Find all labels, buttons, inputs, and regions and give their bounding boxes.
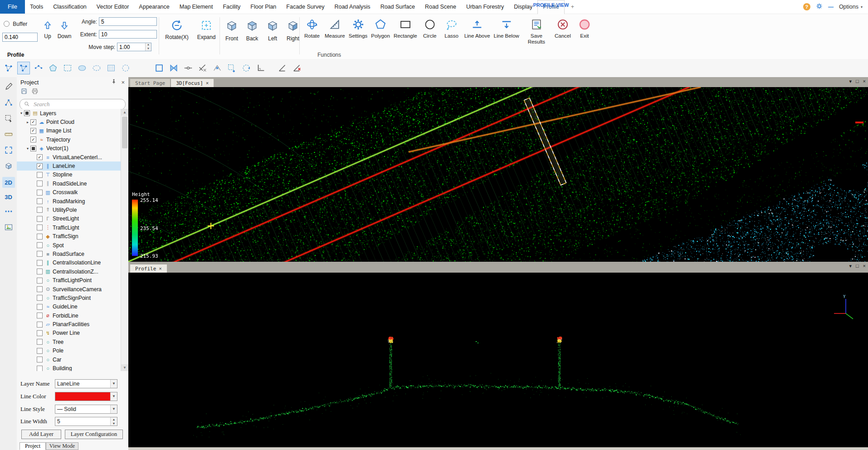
menu-item-facade-survey[interactable]: Facade Survey [281, 0, 329, 14]
tree-item-spot[interactable]: ○Spot [17, 241, 128, 249]
rect-select-icon[interactable] [153, 62, 165, 74]
dashed-ellipse-icon[interactable] [91, 62, 102, 74]
menu-item-classification[interactable]: Classification [48, 0, 92, 14]
menu-item-vector-editor[interactable]: Vector Editor [92, 0, 134, 14]
tree-scrollbar[interactable]: ▲ ▼ [121, 109, 128, 371]
3d-viewport-canvas[interactable] [128, 87, 868, 262]
line-style-select[interactable]: — Solid ▼ [55, 405, 117, 414]
checkbox-crosswalk[interactable] [37, 190, 43, 196]
checkbox-streetlight[interactable] [37, 216, 43, 222]
buffer-radio[interactable] [4, 21, 10, 27]
expand-icon[interactable]: ▾ [19, 111, 24, 115]
checkbox-trafficsign[interactable] [37, 234, 43, 240]
buffer-input[interactable] [2, 33, 38, 42]
checkbox-roadsideline[interactable] [37, 181, 43, 186]
close-pane-icon[interactable]: × [863, 263, 866, 269]
menu-item-road-analysis[interactable]: Road Analysis [329, 0, 375, 14]
angle-icon[interactable] [277, 62, 288, 74]
menu-item-map-element[interactable]: Map Element [175, 0, 218, 14]
tab-project[interactable]: Project [20, 442, 46, 450]
line-color-swatch[interactable]: ▼ [55, 392, 117, 401]
checkbox-trafficsignpoint[interactable] [37, 295, 43, 301]
angle-delete-icon[interactable] [291, 62, 303, 74]
checkbox-roadsurface[interactable] [37, 251, 43, 257]
tree-item-car[interactable]: ○Car [17, 355, 128, 364]
menu-item-facility[interactable]: Facility [218, 0, 245, 14]
checkbox-image-list[interactable]: ✓ [30, 128, 36, 134]
rotate-dashed-icon[interactable] [240, 62, 252, 74]
bowtie-icon[interactable] [168, 62, 180, 74]
close-pane-icon[interactable]: × [863, 78, 866, 84]
menu-item-appearance[interactable]: Appearance [134, 0, 174, 14]
pen-icon[interactable] [4, 82, 14, 92]
polygon-button[interactable]: Polygon [371, 18, 390, 39]
tree-item-vector-1[interactable]: ▾◈Vector(1) [17, 144, 128, 153]
line-above-button[interactable]: Line Above [464, 18, 490, 39]
profile-viewport-canvas[interactable] [128, 273, 868, 447]
tree-item-guideline[interactable]: ≈GuideLine [17, 303, 128, 311]
node-tool-icon[interactable] [17, 62, 30, 74]
ruler-icon[interactable] [4, 129, 14, 139]
checkbox-roadmarking[interactable] [37, 198, 43, 204]
expand-icon[interactable]: ▾ [25, 147, 30, 151]
settings-gear-icon[interactable] [816, 3, 823, 11]
checkbox-building[interactable] [37, 366, 43, 371]
tree-item-tree[interactable]: ○Tree [17, 338, 128, 346]
checkbox-tree[interactable] [37, 339, 43, 345]
close-tab-icon[interactable]: × [159, 266, 161, 271]
menu-item-floor-plan[interactable]: Floor Plan [245, 0, 281, 14]
layer-name-select[interactable]: LaneLine ▼ [55, 379, 117, 388]
float-pane-icon[interactable]: □ [856, 78, 859, 84]
mode-3d-button[interactable]: 3D [5, 194, 12, 201]
search-input[interactable] [33, 100, 122, 108]
tree-item-roadmarking[interactable]: ↑RoadMarking [17, 197, 128, 205]
checkbox-surveillancecamera[interactable] [37, 286, 43, 292]
pin-icon[interactable] [111, 78, 117, 86]
tree-item-virtuallanecenterl[interactable]: ✓≡VirtualLaneCenterl... [17, 153, 128, 161]
dashed-circle-icon[interactable] [120, 62, 132, 74]
checkbox-point-cloud[interactable]: ✓ [30, 119, 36, 125]
save-icon[interactable] [20, 88, 28, 96]
checkbox-stopline[interactable] [37, 172, 43, 178]
scroll-down-icon[interactable]: ▼ [121, 364, 128, 371]
down-button[interactable]: Down [56, 20, 73, 39]
close-tab-icon[interactable]: × [206, 80, 209, 86]
pentagon-icon[interactable] [47, 62, 59, 74]
expand-icon[interactable]: ▸ [25, 120, 30, 124]
tab-profile[interactable]: Profile × [130, 264, 167, 273]
dashed-rect-icon[interactable] [62, 62, 73, 74]
settings-button[interactable]: Settings [349, 18, 368, 39]
tree-item-pole[interactable]: ○Pole [17, 347, 128, 355]
up-button[interactable]: Up [41, 20, 54, 39]
tree-item-trafficlightpoint[interactable]: ○TrafficLightPoint [17, 276, 128, 284]
save-results-button[interactable]: Save Results [523, 18, 550, 44]
cross-lines-icon[interactable] [197, 62, 209, 74]
right-angle-icon[interactable] [255, 62, 267, 74]
tree-item-surveillancecamera[interactable]: ⊙SurveillanceCamera [17, 285, 128, 293]
tree-item-streetlight[interactable]: ΓStreetLight [17, 215, 128, 223]
tree-item-trafficsign[interactable]: ◆TrafficSign [17, 232, 128, 240]
node-chain-icon[interactable] [33, 62, 44, 74]
tree-item-trafficlight[interactable]: ⋮TrafficLight [17, 223, 128, 232]
checkbox-planarfacilities[interactable] [37, 322, 43, 328]
close-panel-icon[interactable]: × [121, 79, 125, 86]
tree-item-forbidline[interactable]: ⌀ForbidLine [17, 311, 128, 320]
select-box-icon[interactable] [4, 113, 14, 123]
layer-configuration-button[interactable]: Layer Configuration [65, 430, 123, 439]
extent-input[interactable] [99, 30, 157, 39]
checkbox-car[interactable] [37, 357, 43, 362]
help-icon[interactable]: ? [803, 3, 810, 10]
menu-file[interactable]: File [0, 0, 25, 14]
float-pane-icon[interactable]: □ [856, 263, 859, 269]
checkbox-centralisolationline[interactable] [37, 260, 43, 266]
tree-item-image-list[interactable]: ✓▦Image List [17, 127, 128, 135]
tree-item-crosswalk[interactable]: ▥Crosswalk [17, 188, 128, 197]
checkbox-forbidline[interactable] [37, 313, 43, 318]
tab-start-page[interactable]: Start Page [130, 79, 170, 87]
line-width-stepper[interactable]: 5 ▲▼ [55, 417, 117, 426]
grid-rect-icon[interactable] [105, 62, 117, 74]
rectangle-button[interactable]: Rectangle [394, 18, 417, 39]
tree-item-layers[interactable]: ▾▤Layers [17, 109, 128, 117]
measure-button[interactable]: Measure [325, 18, 345, 39]
checkbox-spot[interactable] [37, 242, 43, 248]
